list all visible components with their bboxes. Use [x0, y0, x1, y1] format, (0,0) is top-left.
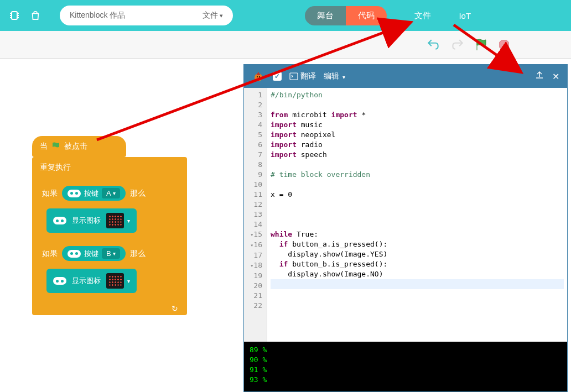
led-matrix-preview[interactable] — [106, 213, 124, 228]
flag-icon — [51, 142, 61, 151]
hardware-icon[interactable] — [7, 8, 22, 23]
blocks-workspace[interactable]: 当 被点击 重复执行 如果 按键 A 那么 — [0, 59, 243, 392]
block-label: 重复执行 — [32, 157, 187, 178]
upload-icon[interactable] — [534, 70, 544, 82]
key-dropdown[interactable]: A — [102, 188, 120, 198]
svg-marker-7 — [500, 40, 509, 50]
project-pill: Kittenblock 作品 文件 — [60, 6, 233, 25]
code-panel: ✓ 翻译 编辑 ✕ 1234567891011121314▾15▾1617▾18… — [243, 64, 568, 392]
microbit-icon — [53, 277, 66, 285]
svg-point-9 — [257, 76, 258, 77]
undo-icon[interactable] — [426, 38, 440, 52]
code-mode-button[interactable]: 代码 — [346, 6, 387, 25]
redo-icon[interactable] — [450, 38, 465, 52]
bag-icon[interactable] — [28, 8, 43, 23]
nav-iot[interactable]: IoT — [459, 11, 471, 20]
edit-menu[interactable]: 编辑 — [324, 71, 345, 81]
loop-arrow-icon: ↻ — [172, 304, 178, 313]
microbit-icon — [68, 250, 81, 258]
block-label: 如果 — [42, 249, 58, 259]
block-label: 按键 — [84, 249, 98, 259]
block-label: 被点击 — [64, 142, 87, 151]
block-label: 显示图标 — [72, 276, 101, 286]
microbit-icon — [53, 217, 66, 224]
secondary-toolbar — [0, 31, 571, 59]
stop-icon[interactable] — [498, 39, 510, 51]
nav-file[interactable]: 文件 — [414, 11, 431, 21]
led-matrix-preview[interactable] — [106, 273, 124, 289]
button-pressed-reporter[interactable]: 按键 A — [62, 186, 126, 201]
line-gutter: 1234567891011121314▾15▾1617▾1819202122 — [244, 88, 267, 342]
block-label: 如果 — [42, 189, 58, 198]
terminal-icon — [289, 72, 298, 81]
forever-block[interactable]: 重复执行 如果 按键 A 那么 — [32, 157, 187, 315]
block-label: 那么 — [130, 249, 146, 259]
code-panel-header: ✓ 翻译 编辑 ✕ — [244, 65, 567, 88]
code-content[interactable]: #/bin/python from microbit import *impor… — [267, 88, 567, 342]
block-label: 显示图标 — [72, 216, 101, 226]
project-name: Kittenblock 作品 — [70, 11, 125, 20]
microbit-icon — [68, 190, 81, 197]
stage-mode-button[interactable]: 舞台 — [305, 6, 346, 25]
if-block-a[interactable]: 如果 按键 A 那么 显示图标 — [37, 181, 183, 238]
sync-checkbox[interactable]: ✓ — [273, 72, 282, 81]
svg-point-10 — [259, 76, 260, 77]
green-flag-icon[interactable] — [475, 38, 488, 51]
block-label: 按键 — [84, 189, 98, 198]
mode-toggle: 舞台 代码 — [305, 6, 387, 25]
sprite-icon[interactable] — [252, 70, 265, 83]
show-icon-block[interactable]: 显示图标 — [46, 208, 137, 233]
top-toolbar: Kittenblock 作品 文件 舞台 代码 文件 IoT — [0, 0, 571, 31]
block-label: 那么 — [130, 189, 146, 198]
block-label: 当 — [40, 142, 48, 151]
when-flag-clicked-block[interactable]: 当 被点击 — [32, 136, 126, 157]
file-dropdown[interactable]: 文件 — [203, 11, 223, 20]
translate-button[interactable]: 翻译 — [289, 71, 316, 81]
svg-rect-0 — [12, 12, 17, 19]
code-editor[interactable]: 1234567891011121314▾15▾1617▾1819202122 #… — [244, 88, 567, 342]
terminal-output: 89 % 90 % 91 % 93 % — [244, 342, 567, 391]
svg-rect-11 — [290, 73, 298, 80]
button-pressed-reporter[interactable]: 按键 B — [62, 246, 126, 261]
show-icon-block[interactable]: 显示图标 — [46, 269, 137, 293]
key-dropdown[interactable]: B — [102, 248, 120, 259]
if-block-b[interactable]: 如果 按键 B 那么 显示图标 — [37, 242, 183, 299]
close-icon[interactable]: ✕ — [552, 71, 559, 82]
